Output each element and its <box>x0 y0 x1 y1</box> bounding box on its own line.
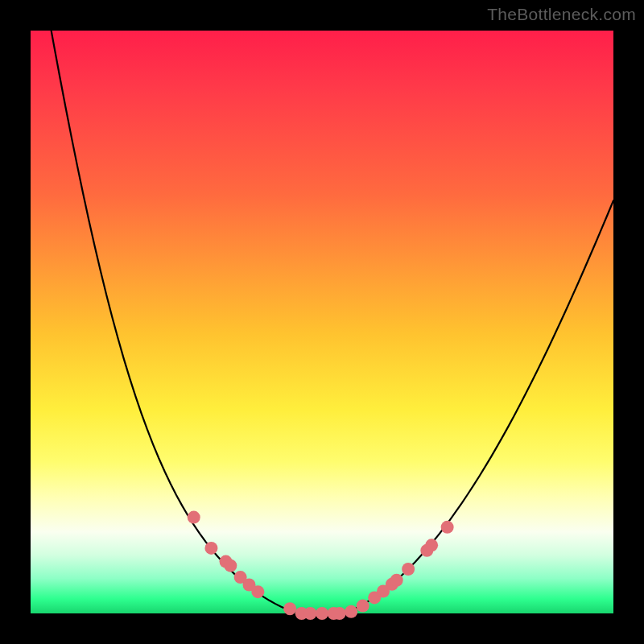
data-dot <box>357 600 369 613</box>
data-dot <box>441 521 454 534</box>
data-dots <box>188 511 454 620</box>
data-dot <box>425 539 438 551</box>
data-dot <box>333 607 346 620</box>
watermark-label: TheBottleneck.com <box>487 5 636 24</box>
bottleneck-curve <box>48 13 613 613</box>
data-dot <box>345 605 357 618</box>
data-dot <box>204 542 217 555</box>
data-dot <box>402 563 415 576</box>
curve-svg <box>31 31 613 613</box>
chart-frame: TheBottleneck.com <box>0 0 644 644</box>
data-dot <box>316 607 328 620</box>
data-dot <box>283 602 296 615</box>
data-dot <box>304 607 317 620</box>
data-dot <box>224 559 237 572</box>
data-dot <box>251 585 264 598</box>
data-dot <box>188 511 200 524</box>
plot-area <box>31 31 613 613</box>
data-dot <box>390 574 403 587</box>
